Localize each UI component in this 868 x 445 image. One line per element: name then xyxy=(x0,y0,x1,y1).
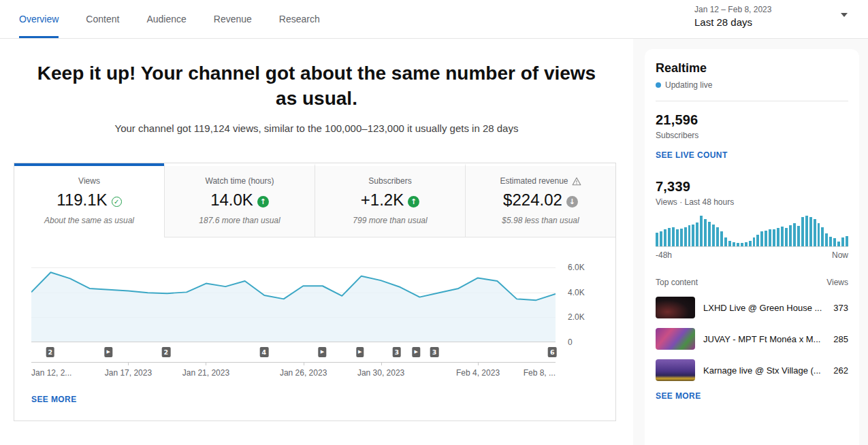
views-48h-count: 7,339 xyxy=(656,179,848,195)
top-content-row[interactable]: JUVAY - MPT Ft Monéa x M...285 xyxy=(656,328,848,350)
top-content-title: Top content xyxy=(656,278,698,287)
subscribers-label: Subscribers xyxy=(656,131,848,140)
video-title: JUVAY - MPT Ft Monéa x M... xyxy=(703,334,825,344)
hourly-views-bar xyxy=(789,225,792,247)
hourly-views-bar xyxy=(773,229,775,246)
metric-note: 187.6 more than usual xyxy=(165,216,315,225)
hourly-views-bar xyxy=(846,236,848,246)
video-views: 262 xyxy=(833,365,848,376)
video-thumbnail xyxy=(656,297,695,318)
see-more-realtime-button[interactable]: SEE MORE xyxy=(656,391,701,401)
see-more-button[interactable]: SEE MORE xyxy=(31,395,77,404)
top-content-views-header: Views xyxy=(826,278,848,287)
date-range-picker[interactable]: Jan 12 – Feb 8, 2023 Last 28 days xyxy=(694,5,848,28)
divider xyxy=(656,101,848,101)
tab-revenue[interactable]: Revenue xyxy=(214,0,252,38)
x-axis-label: Feb 8, ... xyxy=(524,368,556,378)
hourly-views-bar xyxy=(793,223,796,246)
top-content-header: Top content Views xyxy=(656,278,848,287)
metric-card-subscribers[interactable]: Subscribers+1.2K↑799 more than usual xyxy=(315,163,465,237)
x-axis-label: Jan 17, 2023 xyxy=(105,368,152,378)
subscribers-count: 21,596 xyxy=(656,112,848,128)
hourly-views-bar xyxy=(825,233,828,246)
video-title: LXHD Live @ Green House ... xyxy=(703,303,825,313)
tab-content[interactable]: Content xyxy=(86,0,119,38)
video-published-icon[interactable]: ▶ xyxy=(104,347,112,357)
hourly-views-bar xyxy=(680,229,683,246)
views-48h-bar-chart[interactable] xyxy=(656,216,848,247)
hourly-views-bar xyxy=(704,219,707,246)
top-content-row[interactable]: LXHD Live @ Green House ...373 xyxy=(656,297,848,318)
live-dot-icon xyxy=(656,82,661,88)
tab-research[interactable]: Research xyxy=(279,0,320,38)
hourly-views-bar xyxy=(708,222,711,246)
metric-label: Watch time (hours) xyxy=(165,176,315,186)
videos-published-count-badge[interactable]: 3 xyxy=(392,347,401,357)
tab-overview[interactable]: Overview xyxy=(19,0,59,38)
updating-live-label: Updating live xyxy=(665,80,712,90)
analytics-card: Views119.1K✓About the same as usualWatch… xyxy=(14,163,616,421)
axis-tick xyxy=(206,363,206,365)
warning-icon xyxy=(572,177,581,186)
hourly-views-bar xyxy=(781,227,784,246)
metric-value: +1.2K↑ xyxy=(315,191,465,210)
hourly-views-bar xyxy=(656,233,658,246)
hourly-views-bar xyxy=(785,228,788,246)
hourly-views-bar xyxy=(720,231,723,246)
metric-value: 14.0K↑ xyxy=(165,191,315,210)
video-published-icon[interactable]: ▶ xyxy=(356,347,364,357)
hourly-views-bar xyxy=(676,229,679,246)
hourly-views-bar xyxy=(712,225,715,246)
x-axis-label: Jan 30, 2023 xyxy=(357,368,404,378)
realtime-views-block: 7,339 Views · Last 48 hours -48h Now xyxy=(656,179,848,260)
videos-published-count-badge[interactable]: 2 xyxy=(162,347,171,357)
hourly-views-bar xyxy=(765,231,767,246)
bar-chart-axis: -48h Now xyxy=(656,250,848,260)
top-content-row[interactable]: Karnage live @ Stx Village (...262 xyxy=(656,359,848,381)
hourly-views-bar xyxy=(692,225,694,246)
axis-start-label: -48h xyxy=(656,250,672,260)
metric-note: $5.98 less than usual xyxy=(466,216,615,225)
hourly-views-bar xyxy=(777,228,779,246)
hourly-views-bar xyxy=(684,227,687,246)
views-line-chart[interactable]: 6.0K4.0K2.0K0 xyxy=(31,267,556,342)
axis-end-label: Now xyxy=(832,250,848,260)
metric-cards: Views119.1K✓About the same as usualWatch… xyxy=(14,163,615,237)
hourly-views-bar xyxy=(809,217,812,246)
hourly-views-bar xyxy=(814,219,816,246)
hourly-views-bar xyxy=(769,229,771,246)
video-published-icon[interactable]: ▶ xyxy=(412,347,419,357)
date-range-text: Jan 12 – Feb 8, 2023 Last 28 days xyxy=(694,5,771,28)
videos-published-count-badge[interactable]: 6 xyxy=(548,347,557,357)
metric-value: 119.1K✓ xyxy=(14,191,164,210)
see-live-count-button[interactable]: SEE LIVE COUNT xyxy=(656,150,728,160)
top-content-list: LXHD Live @ Green House ...373JUVAY - MP… xyxy=(656,297,848,381)
right-rail: Realtime Updating live 21,596 Subscriber… xyxy=(633,39,868,445)
video-thumbnail xyxy=(656,328,695,350)
video-published-icon[interactable]: ▶ xyxy=(319,347,326,357)
videos-published-count-badge[interactable]: 2 xyxy=(46,347,54,357)
hourly-views-bar xyxy=(696,222,698,246)
videos-published-count-badge[interactable]: 4 xyxy=(260,347,269,357)
summary-banner: Keep it up! Your channel got about the s… xyxy=(0,61,633,134)
check-circle-icon: ✓ xyxy=(112,197,122,207)
metric-card-estimated-revenue[interactable]: Estimated revenue$224.02↓$5.98 less than… xyxy=(465,163,615,237)
hourly-views-bar xyxy=(829,237,832,246)
axis-tick xyxy=(304,363,304,365)
hourly-views-bar xyxy=(745,242,748,246)
tab-audience[interactable]: Audience xyxy=(146,0,186,38)
video-views: 285 xyxy=(833,334,848,344)
x-axis-label: Jan 26, 2023 xyxy=(280,368,327,378)
hourly-views-bar xyxy=(753,237,756,246)
hourly-views-bar xyxy=(716,227,719,246)
banner-subtitle: Your channel got 119,124 views, similar … xyxy=(0,122,633,134)
hourly-views-bar xyxy=(821,227,824,246)
videos-published-count-badge[interactable]: 3 xyxy=(430,347,439,357)
metric-label: Views xyxy=(14,176,164,186)
hourly-views-bar xyxy=(749,241,752,246)
metric-card-watch-time-hours[interactable]: Watch time (hours)14.0K↑187.6 more than … xyxy=(164,163,315,237)
hourly-views-bar xyxy=(660,231,662,247)
metric-card-views[interactable]: Views119.1K✓About the same as usual xyxy=(14,163,164,237)
content: Keep it up! Your channel got about the s… xyxy=(0,39,868,445)
hourly-views-bar xyxy=(724,237,727,247)
